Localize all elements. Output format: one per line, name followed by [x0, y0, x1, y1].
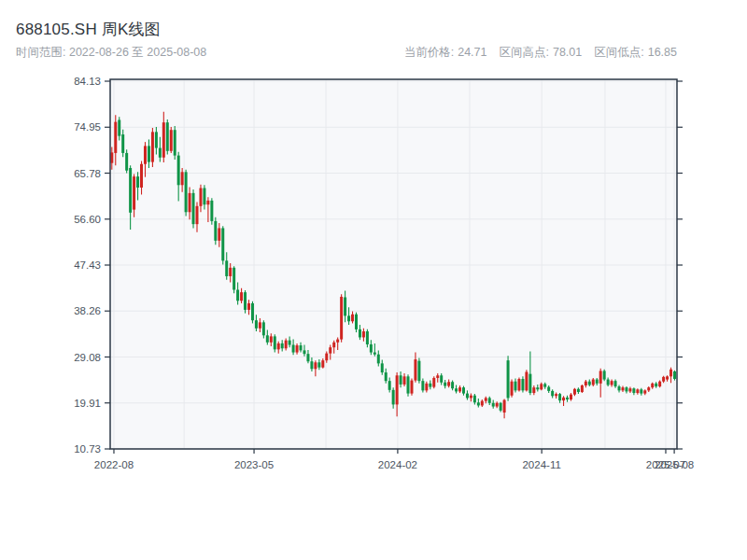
x-axis-tick-label: 2023-05	[234, 459, 274, 470]
candle-body-up	[481, 401, 484, 406]
candle-body-down	[385, 372, 388, 381]
candle-body-up	[425, 384, 428, 391]
candle-body-down	[625, 387, 627, 391]
y-axis-tick-label: 47.43	[74, 259, 101, 271]
y-axis-tick-label: 38.26	[74, 305, 101, 316]
candle-body-up	[432, 378, 435, 387]
candle-body-down	[392, 390, 395, 405]
candle-body-up	[669, 370, 672, 377]
candle-body-down	[558, 394, 561, 400]
candle-body-up	[517, 379, 520, 390]
candle-body-down	[488, 398, 491, 402]
candle-body-down	[607, 380, 610, 385]
candle-body-down	[547, 387, 550, 391]
x-axis-tick-label: 2024-11	[522, 459, 560, 470]
candle-body-down	[281, 343, 284, 348]
candle-body-down	[225, 260, 228, 276]
candle-body-down	[236, 289, 239, 301]
candle-body-down	[388, 381, 391, 390]
candle-body-up	[458, 387, 461, 391]
candle-body-up	[636, 389, 639, 393]
candle-body-down	[407, 376, 410, 393]
candle-body-up	[540, 384, 543, 389]
candle-body-up	[666, 376, 669, 379]
candle-body-down	[344, 298, 346, 316]
candle-body-down	[317, 362, 320, 367]
candle-body-down	[306, 354, 309, 361]
candle-body-up	[314, 362, 317, 369]
candle-body-down	[377, 355, 380, 364]
candle-body-down	[192, 193, 195, 224]
candle-body-down	[640, 389, 642, 393]
candle-body-up	[332, 343, 335, 347]
candle-body-up	[658, 382, 661, 386]
candle-body-up	[647, 387, 650, 390]
candle-body-down	[289, 341, 291, 345]
candle-body-down	[400, 375, 402, 385]
candle-body-down	[577, 389, 580, 392]
candle-body-down	[529, 374, 531, 393]
candle-body-down	[477, 402, 480, 405]
candle-body-down	[233, 268, 235, 290]
candle-body-down	[632, 388, 635, 393]
candle-body-up	[351, 315, 354, 322]
candle-body-down	[274, 336, 276, 349]
candle-body-up	[573, 389, 576, 395]
candle-body-down	[381, 363, 384, 372]
candle-body-down	[618, 386, 621, 390]
candle-body-down	[466, 394, 469, 399]
candle-body-up	[259, 322, 261, 328]
candle-body-down	[551, 391, 554, 396]
candle-body-down	[355, 315, 358, 329]
candle-body-up	[325, 354, 328, 361]
candle-body-down	[673, 371, 676, 379]
candle-body-up	[336, 340, 339, 343]
candle-body-down	[136, 176, 139, 188]
candle-body-up	[340, 297, 343, 340]
candle-body-down	[125, 153, 128, 171]
candle-body-down	[148, 146, 150, 161]
candle-body-down	[543, 384, 546, 386]
candle-body-down	[566, 398, 569, 399]
y-axis-tick-label: 56.60	[74, 214, 101, 225]
candle-body-up	[651, 384, 654, 387]
candle-body-down	[451, 382, 454, 388]
candle-body-down	[155, 132, 158, 147]
candle-body-down	[303, 350, 305, 354]
candle-body-up	[570, 395, 572, 399]
candle-body-up	[503, 400, 506, 413]
candle-body-down	[588, 382, 591, 385]
candle-body-down	[118, 119, 120, 135]
candle-body-up	[555, 394, 557, 396]
candle-body-down	[300, 345, 303, 350]
candle-body-up	[189, 193, 191, 212]
candle-body-up	[296, 345, 299, 353]
candle-body-down	[310, 361, 313, 369]
candle-body-down	[374, 353, 376, 355]
candle-body-up	[599, 371, 602, 383]
candle-body-down	[347, 315, 350, 321]
candle-body-up	[229, 268, 232, 276]
candle-body-down	[221, 228, 224, 260]
candle-body-up	[396, 375, 399, 404]
candle-body-up	[511, 382, 514, 396]
candle-body-up	[247, 303, 250, 310]
candle-body-down	[255, 320, 258, 329]
candle-body-down	[473, 396, 476, 403]
candle-body-up	[447, 382, 450, 385]
candle-body-up	[414, 359, 416, 381]
candle-body-down	[417, 361, 420, 381]
candle-body-up	[592, 380, 595, 385]
candle-body-down	[262, 322, 265, 335]
candle-body-down	[603, 371, 606, 379]
candle-body-up	[643, 390, 646, 393]
candle-body-down	[500, 403, 502, 411]
y-axis-tick-label: 19.91	[74, 398, 101, 409]
y-axis-tick-label: 65.78	[74, 168, 101, 179]
x-axis-tick-label: 2022-08	[94, 459, 134, 470]
candle-body-up	[611, 381, 613, 385]
kline-chart-canvas: 84.1374.9565.7856.6047.4338.2629.0819.91…	[0, 0, 747, 560]
candle-body-down	[370, 344, 373, 353]
candle-body-down	[159, 148, 162, 158]
candle-body-up	[151, 132, 154, 161]
